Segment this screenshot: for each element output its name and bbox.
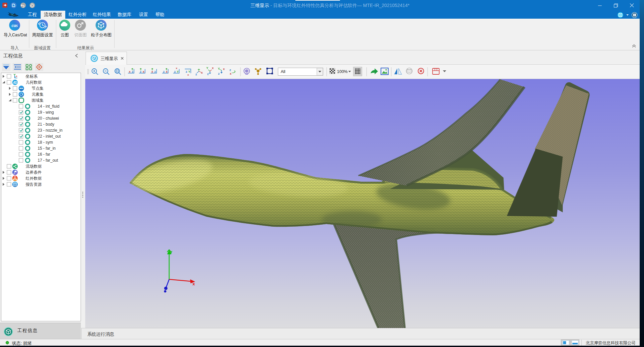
svg-text:y: y	[170, 249, 172, 254]
svg-text:x: x	[187, 73, 189, 76]
svg-text:z: z	[229, 68, 231, 72]
svg-text:z: z	[132, 70, 134, 73]
svg-text:Y: Y	[218, 67, 220, 70]
svg-text:17 - far_out: 17 - far_out	[38, 158, 58, 163]
svg-text:z: z	[15, 76, 16, 78]
svg-text:100%: 100%	[337, 69, 348, 74]
svg-text:z: z	[218, 72, 220, 75]
svg-text:几何数据: 几何数据	[26, 80, 42, 85]
svg-text:15 - far_in: 15 - far_in	[38, 146, 56, 151]
svg-text:流场数据: 流场数据	[26, 164, 42, 169]
svg-text:节点集: 节点集	[32, 86, 44, 91]
svg-text:Y: Y	[206, 66, 208, 70]
svg-text:x: x	[201, 71, 203, 74]
svg-text:19 - wing: 19 - wing	[38, 110, 54, 115]
svg-text:z: z	[186, 70, 187, 73]
svg-text:坐标系: 坐标系	[25, 74, 38, 79]
svg-text:x: x	[192, 281, 195, 286]
svg-text:23 - nozzle_in: 23 - nozzle_in	[38, 128, 63, 133]
svg-text:Y: Y	[188, 70, 190, 73]
svg-text:面域集: 面域集	[32, 98, 44, 103]
svg-text:报告资源: 报告资源	[25, 182, 42, 187]
svg-text:22 - inlet_out: 22 - inlet_out	[38, 134, 61, 139]
svg-text:x: x	[176, 67, 177, 70]
svg-text:边界条件: 边界条件	[26, 170, 42, 175]
svg-text:z: z	[155, 70, 156, 73]
svg-text:x: x	[143, 70, 145, 73]
svg-text:z: z	[207, 72, 209, 76]
svg-text:x: x	[129, 70, 131, 73]
svg-text:21 - body: 21 - body	[38, 122, 54, 127]
svg-text:20 - chuiwei: 20 - chuiwei	[38, 116, 59, 121]
svg-text:All: All	[281, 69, 285, 74]
svg-text:14 - int_fluid: 14 - int_fluid	[38, 104, 59, 109]
svg-text:Y: Y	[177, 70, 179, 73]
svg-text:16 - far: 16 - far	[38, 152, 50, 157]
svg-text:z: z	[195, 73, 197, 76]
svg-text:x: x	[230, 72, 231, 75]
svg-text:cas: cas	[12, 23, 18, 28]
svg-text:z: z	[163, 70, 165, 73]
svg-text:红外数据: 红外数据	[25, 176, 42, 181]
svg-text:x: x	[223, 67, 225, 71]
svg-text:z: z	[174, 70, 176, 73]
svg-text:x: x	[212, 66, 213, 70]
svg-text:x: x	[16, 75, 17, 77]
svg-text:18 - sym: 18 - sym	[38, 140, 53, 145]
svg-text:元素集: 元素集	[32, 92, 44, 97]
